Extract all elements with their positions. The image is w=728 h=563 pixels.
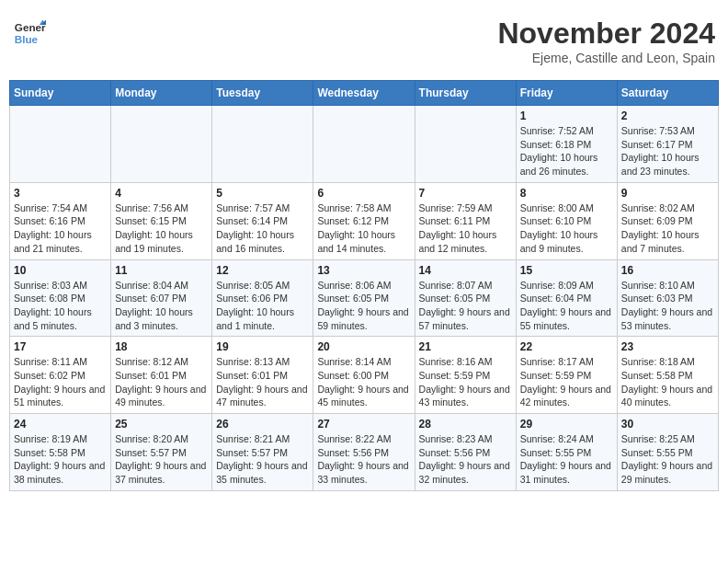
day-info: Sunrise: 7:59 AM Sunset: 6:11 PM Dayligh… [419,201,512,256]
week-row-3: 10Sunrise: 8:03 AM Sunset: 6:08 PM Dayli… [10,259,719,337]
month-title: November 2024 [497,17,715,51]
svg-text:Blue: Blue [15,33,39,45]
calendar-cell: 3Sunrise: 7:54 AM Sunset: 6:16 PM Daylig… [10,182,111,259]
week-row-5: 24Sunrise: 8:19 AM Sunset: 5:58 PM Dayli… [10,414,719,491]
day-number: 24 [14,418,107,431]
calendar-cell: 22Sunrise: 8:17 AM Sunset: 5:59 PM Dayli… [516,337,617,414]
day-number: 14 [419,264,512,277]
calendar-cell: 24Sunrise: 8:19 AM Sunset: 5:58 PM Dayli… [10,414,111,491]
logo: General Blue [13,17,46,50]
calendar-cell: 28Sunrise: 8:23 AM Sunset: 5:56 PM Dayli… [415,414,516,491]
week-row-4: 17Sunrise: 8:11 AM Sunset: 6:02 PM Dayli… [10,337,719,414]
calendar-cell: 27Sunrise: 8:22 AM Sunset: 5:56 PM Dayli… [313,414,415,491]
calendar-cell: 11Sunrise: 8:04 AM Sunset: 6:07 PM Dayli… [111,259,212,337]
calendar-cell [10,106,111,183]
calendar-cell: 19Sunrise: 8:13 AM Sunset: 6:01 PM Dayli… [212,337,313,414]
calendar-cell: 9Sunrise: 8:02 AM Sunset: 6:09 PM Daylig… [617,182,718,259]
calendar-cell: 2Sunrise: 7:53 AM Sunset: 6:17 PM Daylig… [617,106,718,183]
weekday-header-wednesday: Wednesday [313,81,415,106]
day-number: 23 [621,340,714,353]
calendar-cell: 16Sunrise: 8:10 AM Sunset: 6:03 PM Dayli… [617,259,718,337]
day-number: 7 [419,187,512,200]
calendar-cell: 30Sunrise: 8:25 AM Sunset: 5:55 PM Dayli… [617,414,718,491]
calendar-cell: 5Sunrise: 7:57 AM Sunset: 6:14 PM Daylig… [212,182,313,259]
day-number: 11 [115,264,208,277]
day-info: Sunrise: 7:58 AM Sunset: 6:12 PM Dayligh… [317,201,410,256]
calendar-cell: 8Sunrise: 8:00 AM Sunset: 6:10 PM Daylig… [516,182,617,259]
day-info: Sunrise: 8:20 AM Sunset: 5:57 PM Dayligh… [115,432,208,487]
day-number: 2 [621,109,714,122]
day-info: Sunrise: 7:52 AM Sunset: 6:18 PM Dayligh… [520,124,613,178]
day-info: Sunrise: 7:57 AM Sunset: 6:14 PM Dayligh… [216,201,309,256]
calendar-cell [111,106,212,183]
day-number: 19 [216,340,309,353]
day-number: 20 [317,340,410,353]
day-number: 17 [14,340,107,353]
calendar-cell: 7Sunrise: 7:59 AM Sunset: 6:11 PM Daylig… [415,182,516,259]
calendar-cell: 14Sunrise: 8:07 AM Sunset: 6:05 PM Dayli… [415,259,516,337]
day-number: 3 [14,187,107,200]
calendar-cell [313,106,415,183]
day-number: 21 [419,340,512,353]
day-info: Sunrise: 7:56 AM Sunset: 6:15 PM Dayligh… [115,201,208,256]
day-info: Sunrise: 8:13 AM Sunset: 6:01 PM Dayligh… [216,355,309,409]
day-info: Sunrise: 8:04 AM Sunset: 6:07 PM Dayligh… [115,279,208,333]
day-info: Sunrise: 8:21 AM Sunset: 5:57 PM Dayligh… [216,432,309,487]
day-number: 29 [520,418,613,431]
weekday-header-row: SundayMondayTuesdayWednesdayThursdayFrid… [10,81,719,106]
day-info: Sunrise: 8:24 AM Sunset: 5:55 PM Dayligh… [520,432,613,487]
day-info: Sunrise: 8:05 AM Sunset: 6:06 PM Dayligh… [216,279,309,333]
day-info: Sunrise: 8:25 AM Sunset: 5:55 PM Dayligh… [621,432,714,487]
weekday-header-tuesday: Tuesday [212,81,313,106]
calendar-cell: 1Sunrise: 7:52 AM Sunset: 6:18 PM Daylig… [516,106,617,183]
calendar-cell: 15Sunrise: 8:09 AM Sunset: 6:04 PM Dayli… [516,259,617,337]
calendar-cell [212,106,313,183]
day-number: 26 [216,418,309,431]
day-number: 10 [14,264,107,277]
day-info: Sunrise: 8:16 AM Sunset: 5:59 PM Dayligh… [419,355,512,409]
day-number: 15 [520,264,613,277]
weekday-header-thursday: Thursday [415,81,516,106]
calendar-cell: 20Sunrise: 8:14 AM Sunset: 6:00 PM Dayli… [313,337,415,414]
day-number: 5 [216,187,309,200]
day-number: 16 [621,264,714,277]
weekday-header-saturday: Saturday [617,81,718,106]
calendar-cell: 17Sunrise: 8:11 AM Sunset: 6:02 PM Dayli… [10,337,111,414]
calendar-cell: 12Sunrise: 8:05 AM Sunset: 6:06 PM Dayli… [212,259,313,337]
week-row-1: 1Sunrise: 7:52 AM Sunset: 6:18 PM Daylig… [10,106,719,183]
calendar-cell: 26Sunrise: 8:21 AM Sunset: 5:57 PM Dayli… [212,414,313,491]
calendar-cell: 29Sunrise: 8:24 AM Sunset: 5:55 PM Dayli… [516,414,617,491]
day-info: Sunrise: 8:19 AM Sunset: 5:58 PM Dayligh… [14,432,107,487]
calendar-cell: 18Sunrise: 8:12 AM Sunset: 6:01 PM Dayli… [111,337,212,414]
day-number: 27 [317,418,410,431]
day-info: Sunrise: 8:17 AM Sunset: 5:59 PM Dayligh… [520,355,613,409]
calendar-cell: 13Sunrise: 8:06 AM Sunset: 6:05 PM Dayli… [313,259,415,337]
day-info: Sunrise: 8:11 AM Sunset: 6:02 PM Dayligh… [14,355,107,409]
weekday-header-sunday: Sunday [10,81,111,106]
calendar-table: SundayMondayTuesdayWednesdayThursdayFrid… [9,80,719,491]
day-info: Sunrise: 8:02 AM Sunset: 6:09 PM Dayligh… [621,201,714,256]
day-info: Sunrise: 8:12 AM Sunset: 6:01 PM Dayligh… [115,355,208,409]
day-info: Sunrise: 8:14 AM Sunset: 6:00 PM Dayligh… [317,355,410,409]
day-info: Sunrise: 8:22 AM Sunset: 5:56 PM Dayligh… [317,432,410,487]
day-number: 12 [216,264,309,277]
day-number: 6 [317,187,410,200]
day-number: 9 [621,187,714,200]
day-info: Sunrise: 7:53 AM Sunset: 6:17 PM Dayligh… [621,124,714,178]
day-info: Sunrise: 8:03 AM Sunset: 6:08 PM Dayligh… [14,279,107,333]
day-number: 8 [520,187,613,200]
location-title: Ejeme, Castille and Leon, Spain [497,51,715,65]
day-number: 13 [317,264,410,277]
day-number: 22 [520,340,613,353]
day-info: Sunrise: 8:09 AM Sunset: 6:04 PM Dayligh… [520,279,613,333]
calendar-cell: 6Sunrise: 7:58 AM Sunset: 6:12 PM Daylig… [313,182,415,259]
day-info: Sunrise: 8:18 AM Sunset: 5:58 PM Dayligh… [621,355,714,409]
header: General Blue November 2024 Ejeme, Castil… [9,9,719,73]
week-row-2: 3Sunrise: 7:54 AM Sunset: 6:16 PM Daylig… [10,182,719,259]
day-info: Sunrise: 8:00 AM Sunset: 6:10 PM Dayligh… [520,201,613,256]
calendar-cell [415,106,516,183]
day-number: 4 [115,187,208,200]
logo-icon: General Blue [13,17,46,50]
calendar-cell: 4Sunrise: 7:56 AM Sunset: 6:15 PM Daylig… [111,182,212,259]
day-number: 25 [115,418,208,431]
